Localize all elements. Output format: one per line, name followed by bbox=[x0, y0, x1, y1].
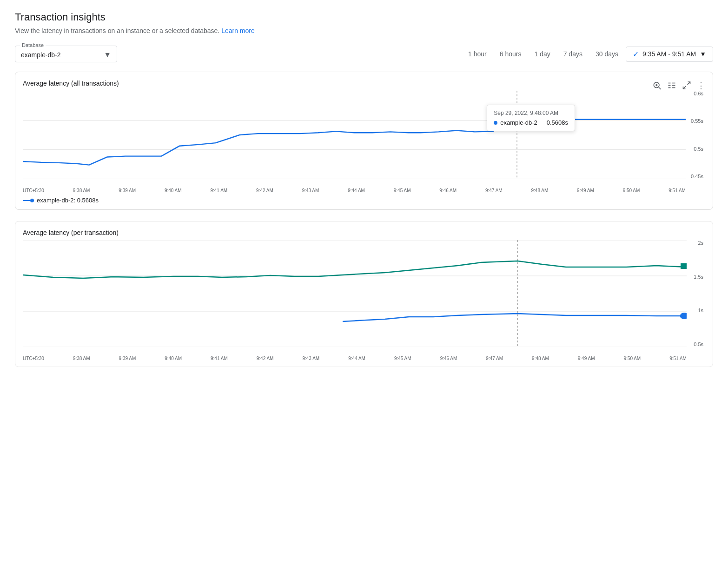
chart2-y-mid: 1.5s bbox=[689, 274, 703, 280]
subtitle: View the latency in transactions on an i… bbox=[15, 27, 713, 34]
controls-row: Database example-db-2 ▼ 1 hour 6 hours 1… bbox=[15, 46, 713, 62]
time-controls: 1 hour 6 hours 1 day 7 days 30 days ✓ 9:… bbox=[463, 47, 713, 62]
chart1-x-axis: UTC+5:30 9:38 AM 9:39 AM 9:40 AM 9:41 AM… bbox=[23, 188, 686, 193]
chart1-y-mid2: 0.5s bbox=[688, 146, 703, 152]
chart2-y-max: 2s bbox=[689, 240, 703, 246]
time-range-dropdown-icon: ▼ bbox=[700, 50, 706, 58]
page-title: Transaction insights bbox=[15, 11, 713, 23]
7-days-button[interactable]: 7 days bbox=[558, 47, 588, 60]
30-days-button[interactable]: 30 days bbox=[590, 47, 624, 60]
chart2-y-min: 0.5s bbox=[689, 341, 703, 347]
time-range-button[interactable]: ✓ 9:35 AM - 9:51 AM ▼ bbox=[626, 47, 713, 62]
chart2-x-axis: UTC+5:30 9:38 AM 9:39 AM 9:40 AM 9:41 AM… bbox=[23, 356, 687, 361]
chart1-title: Average latency (all transactions) bbox=[23, 80, 705, 87]
tooltip-value: 0.5608s bbox=[547, 119, 568, 126]
svg-line-11 bbox=[683, 86, 686, 89]
chart1-svg bbox=[23, 91, 686, 179]
time-range-value: 9:35 AM - 9:51 AM bbox=[642, 50, 696, 58]
database-label: Database bbox=[20, 42, 46, 48]
chart2-svg bbox=[23, 240, 687, 347]
svg-line-1 bbox=[659, 87, 661, 89]
chart1-y-max: 0.6s bbox=[688, 91, 703, 96]
chart2-title: Average latency (per transaction) bbox=[23, 229, 705, 236]
svg-point-22 bbox=[681, 313, 687, 319]
chart1-area: 0.6s 0.55s 0.5s 0.45s bbox=[23, 91, 705, 193]
chart2-area: 2s 1.5s 1s 0.5s bbox=[23, 240, 705, 361]
chart1-legend: example-db-2: 0.5608s bbox=[23, 197, 705, 204]
legend-line: example-db-2: 0.5608s bbox=[23, 197, 99, 204]
tooltip-row: example-db-2 0.5608s bbox=[494, 119, 568, 126]
chart1-legend-text: example-db-2: 0.5608s bbox=[37, 197, 99, 204]
legend-dot bbox=[30, 199, 34, 202]
teal-square-marker bbox=[681, 263, 687, 269]
database-select[interactable]: example-db-2 ▼ bbox=[21, 47, 111, 61]
svg-line-10 bbox=[688, 82, 690, 85]
chart2-y-mid2: 1s bbox=[689, 308, 703, 313]
learn-more-link[interactable]: Learn more bbox=[221, 27, 255, 34]
tooltip-db: example-db-2 bbox=[500, 119, 537, 126]
1-day-button[interactable]: 1 day bbox=[529, 47, 556, 60]
tooltip-title: Sep 29, 2022, 9:48:00 AM bbox=[494, 110, 568, 116]
chart1-y-min: 0.45s bbox=[688, 174, 703, 179]
chart1-tooltip: Sep 29, 2022, 9:48:00 AM example-db-2 0.… bbox=[487, 105, 575, 131]
chart1-container: ⋮ Average latency (all transactions) 0.6… bbox=[15, 72, 713, 210]
database-value: example-db-2 bbox=[21, 51, 61, 59]
check-icon: ✓ bbox=[633, 50, 639, 59]
1-hour-button[interactable]: 1 hour bbox=[463, 47, 492, 60]
database-select-wrapper[interactable]: Database example-db-2 ▼ bbox=[15, 46, 117, 62]
6-hours-button[interactable]: 6 hours bbox=[494, 47, 527, 60]
chart2-container: Average latency (per transaction) 2s 1.5… bbox=[15, 221, 713, 367]
dropdown-arrow-icon: ▼ bbox=[104, 51, 111, 59]
chart1-y-mid1: 0.55s bbox=[688, 118, 703, 124]
tooltip-dot bbox=[494, 121, 497, 125]
